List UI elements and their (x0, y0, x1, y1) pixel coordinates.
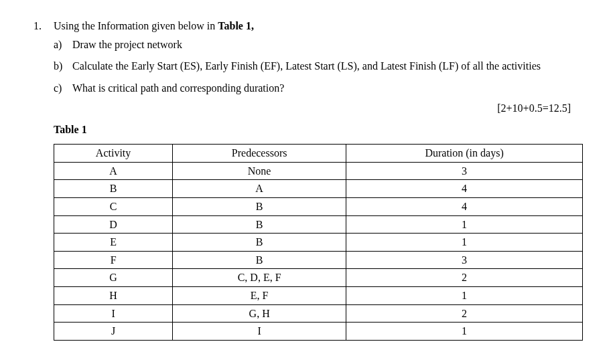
sub-marker: b) (54, 58, 72, 75)
intro-bold: Table 1, (218, 20, 254, 31)
activity-table: Activity Predecessors Duration (in days)… (54, 144, 583, 341)
header-predecessors: Predecessors (173, 145, 346, 163)
question-intro-text: Using the Information given below in Tab… (54, 20, 578, 32)
question-number: 1. (33, 20, 54, 32)
cell-predecessors: B (173, 251, 346, 269)
table-row: EB1 (54, 234, 583, 252)
marks-allocation: [2+10+0.5=12.5] (33, 102, 578, 114)
question-intro: 1. Using the Information given below in … (33, 20, 578, 32)
table-row: DB1 (54, 215, 583, 234)
cell-duration: 2 (346, 304, 583, 323)
cell-duration: 4 (346, 180, 583, 198)
sub-text: Calculate the Early Start (ES), Early Fi… (72, 58, 578, 75)
intro-prefix: Using the Information given below in (54, 20, 218, 31)
cell-duration: 1 (346, 323, 583, 341)
cell-activity: I (54, 304, 173, 323)
sub-item-b: b) Calculate the Early Start (ES), Early… (54, 58, 578, 75)
cell-activity: B (54, 180, 173, 198)
table-row: FB3 (54, 251, 583, 269)
sub-question-list: a) Draw the project network b) Calculate… (54, 36, 578, 97)
sub-marker: c) (54, 80, 72, 97)
cell-duration: 3 (346, 162, 583, 180)
table-row: IG, H2 (54, 304, 583, 323)
cell-duration: 4 (346, 197, 583, 215)
cell-predecessors: G, H (173, 304, 346, 323)
table-row: BA4 (54, 180, 583, 198)
sub-item-c: c) What is critical path and correspondi… (54, 80, 578, 97)
cell-activity: D (54, 215, 173, 234)
cell-duration: 3 (346, 251, 583, 269)
cell-predecessors: I (173, 323, 346, 341)
cell-duration: 2 (346, 269, 583, 287)
sub-text: Draw the project network (72, 36, 578, 54)
cell-duration: 1 (346, 286, 583, 304)
table-header-row: Activity Predecessors Duration (in days) (54, 145, 583, 163)
cell-duration: 1 (346, 215, 583, 234)
cell-activity: E (54, 234, 173, 252)
table-body: ANone3BA4CB4DB1EB1FB3GC, D, E, F2HE, F1I… (54, 162, 583, 340)
sub-text: What is critical path and corresponding … (72, 80, 578, 97)
cell-activity: G (54, 269, 173, 287)
cell-activity: J (54, 323, 173, 341)
table-row: HE, F1 (54, 286, 583, 304)
cell-activity: A (54, 162, 173, 180)
cell-predecessors: A (173, 180, 346, 198)
cell-duration: 1 (346, 234, 583, 252)
table-title: Table 1 (54, 124, 578, 136)
cell-predecessors: E, F (173, 286, 346, 304)
cell-activity: H (54, 286, 173, 304)
cell-activity: C (54, 197, 173, 215)
cell-predecessors: B (173, 234, 346, 252)
header-duration: Duration (in days) (346, 145, 583, 163)
cell-predecessors: None (173, 162, 346, 180)
sub-item-a: a) Draw the project network (54, 36, 578, 54)
header-activity: Activity (54, 145, 173, 163)
table-row: JI1 (54, 323, 583, 341)
cell-predecessors: B (173, 215, 346, 234)
sub-marker: a) (54, 36, 72, 54)
cell-activity: F (54, 251, 173, 269)
table-row: GC, D, E, F2 (54, 269, 583, 287)
cell-predecessors: B (173, 197, 346, 215)
table-row: ANone3 (54, 162, 583, 180)
table-row: CB4 (54, 197, 583, 215)
cell-predecessors: C, D, E, F (173, 269, 346, 287)
